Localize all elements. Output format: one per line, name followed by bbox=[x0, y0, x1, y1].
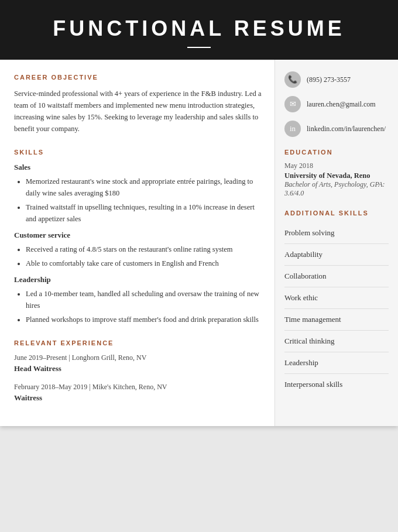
skill-list-leadership: Led a 10-member team, handled all schedu… bbox=[14, 288, 263, 325]
right-column: 📞 (895) 273-3557 ✉ lauren.chen@gmail.com… bbox=[275, 60, 398, 426]
additional-skill-7: Leadership bbox=[284, 352, 389, 374]
career-objective-text: Service-minded professional with 4+ year… bbox=[14, 88, 263, 135]
skill-category-customer-service: Customer service bbox=[14, 231, 263, 240]
experience-section: RELEVANT EXPERIENCE June 2019–Present | … bbox=[14, 339, 263, 403]
resume-wrapper: FUNCTIONAL RESUME CAREER OBJECTIVE Servi… bbox=[0, 0, 398, 426]
skill-category-leadership: Leadership bbox=[14, 275, 263, 284]
list-item: Memorized restaurant's wine stock and ap… bbox=[26, 176, 263, 199]
skills-label: SKILLS bbox=[14, 149, 263, 156]
skills-section: SKILLS Sales Memorized restaurant's wine… bbox=[14, 149, 263, 325]
education-label: EDUCATION bbox=[284, 149, 389, 156]
skill-list-customer-service: Received a rating of 4.8/5 stars on the … bbox=[14, 243, 263, 269]
additional-skill-2: Adaptability bbox=[284, 244, 389, 266]
additional-skills-label: ADDITIONAL SKILLS bbox=[284, 210, 389, 217]
exp-entry-1: June 2019–Present | Longhorn Grill, Reno… bbox=[14, 353, 263, 373]
resume-title: FUNCTIONAL RESUME bbox=[12, 16, 386, 41]
relevant-experience-label: RELEVANT EXPERIENCE bbox=[14, 339, 263, 346]
list-item: Led a 10-member team, handled all schedu… bbox=[26, 288, 263, 311]
contact-phone: 📞 (895) 273-3557 bbox=[284, 71, 389, 88]
career-objective-label: CAREER OBJECTIVE bbox=[14, 74, 263, 81]
additional-skill-8: Interpersonal skills bbox=[284, 374, 389, 395]
contact-email: ✉ lauren.chen@gmail.com bbox=[284, 96, 389, 112]
list-item: Received a rating of 4.8/5 stars on the … bbox=[26, 243, 263, 255]
left-column: CAREER OBJECTIVE Service-minded professi… bbox=[0, 60, 275, 426]
additional-skills-list: Problem solving Adaptability Collaborati… bbox=[284, 222, 389, 395]
header-divider bbox=[187, 47, 211, 48]
exp-title-1: Head Waitress bbox=[14, 364, 263, 373]
education-detail: Bachelor of Arts, Psychology, GPA: 3.6/4… bbox=[284, 180, 389, 198]
phone-number: (895) 273-3557 bbox=[307, 75, 351, 84]
additional-skill-5: Time management bbox=[284, 309, 389, 331]
additional-skill-1: Problem solving bbox=[284, 222, 389, 244]
body-layout: CAREER OBJECTIVE Service-minded professi… bbox=[0, 60, 398, 426]
exp-meta-1: June 2019–Present | Longhorn Grill, Reno… bbox=[14, 353, 263, 362]
exp-meta-2: February 2018–May 2019 | Mike's Kitchen,… bbox=[14, 383, 263, 392]
exp-title-2: Waitress bbox=[14, 393, 263, 403]
list-item: Planned workshops to improve staff membe… bbox=[26, 314, 263, 325]
resume-header: FUNCTIONAL RESUME bbox=[0, 0, 398, 60]
contact-linkedin: in linkedin.com/in/laurenchen/ bbox=[284, 121, 389, 137]
email-address: lauren.chen@gmail.com bbox=[307, 100, 376, 109]
additional-skill-6: Critical thinking bbox=[284, 331, 389, 352]
phone-icon: 📞 bbox=[284, 71, 301, 88]
linkedin-icon: in bbox=[284, 121, 301, 137]
additional-skill-4: Work ethic bbox=[284, 287, 389, 309]
list-item: Trained waitstaff in upselling technique… bbox=[26, 201, 263, 225]
education-school: University of Nevada, Reno bbox=[284, 171, 389, 180]
exp-entry-2: February 2018–May 2019 | Mike's Kitchen,… bbox=[14, 383, 263, 403]
linkedin-url: linkedin.com/in/laurenchen/ bbox=[307, 125, 386, 133]
education-date: May 2018 bbox=[284, 162, 389, 170]
email-icon: ✉ bbox=[284, 96, 301, 112]
additional-skill-3: Collaboration bbox=[284, 266, 389, 287]
list-item: Able to comfortably take care of custome… bbox=[26, 258, 263, 269]
skill-list-sales: Memorized restaurant's wine stock and ap… bbox=[14, 176, 263, 225]
skill-category-sales: Sales bbox=[14, 163, 263, 172]
